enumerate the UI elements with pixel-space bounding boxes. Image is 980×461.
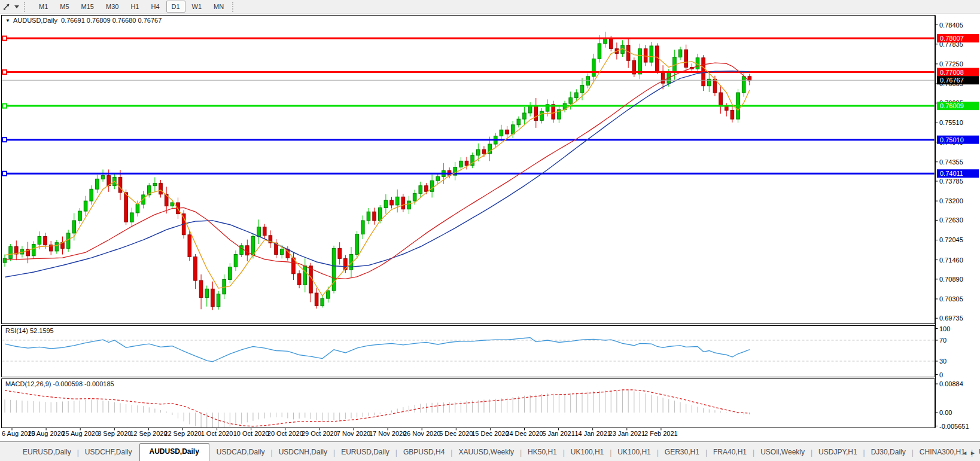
chart-tab-usdchf-daily[interactable]: USDCHF,Daily [79,444,138,461]
time-axis-label: 17 Nov 2020 [369,430,406,437]
chart-tab-usdcnh-daily[interactable]: USDCNH,Daily [273,444,333,461]
macd-signal-value: -0.000185 [84,380,114,387]
time-axis-label: 2 Feb 2021 [644,430,678,437]
ma_fast-line [5,48,750,295]
chart-tab-ger30-h1[interactable]: GER30,H1 [659,444,705,461]
svg-text:0.75010: 0.75010 [940,136,964,144]
time-axis: 6 Aug 202015 Aug 202025 Aug 20203 Sep 20… [2,428,678,438]
macd-histogram [5,390,750,428]
time-axis-label: 3 Sep 2020 [98,430,131,437]
time-axis-label: 5 Dec 2020 [439,430,473,437]
macd-signal-line [5,390,750,426]
price-axis-labels: 0.784050.778350.772500.766650.760950.755… [936,22,979,430]
time-axis-label: 5 Jan 2021 [542,430,574,437]
time-axis-label: 26 Nov 2020 [403,430,440,437]
horizontal-lines-layer[interactable] [2,36,935,176]
time-axis-label: 14 Jan 2021 [574,430,611,437]
chart-tab-usoil-weekly[interactable]: USOil,Weekly [754,444,811,461]
chart-tab-usdjpy-h1[interactable]: USDJPY,H1 [812,444,863,461]
time-axis-label: 1 Oct 2020 [201,430,233,437]
chart-symbol-collapse-icon[interactable]: ▼ [5,18,10,23]
svg-text:0.76009: 0.76009 [940,102,964,109]
time-axis-label: 15 Dec 2020 [471,430,509,437]
hline-handle[interactable] [2,104,7,108]
hline-handle[interactable] [2,172,7,176]
svg-text:100: 100 [939,325,950,332]
time-axis-label: 7 Nov 2020 [337,430,370,437]
ohlc-low: 0.76680 [112,17,136,24]
svg-text:30: 30 [939,358,946,365]
svg-text:0.73785: 0.73785 [939,178,963,185]
chart-tab-hk50-h1[interactable]: HK50,H1 [522,444,563,461]
rsi-indicator-label: RSI(14) 52.1595 [5,327,54,334]
ma_slow-line [5,63,750,279]
hline-handle[interactable] [2,70,7,74]
ohlc-high: 0.76809 [87,17,111,24]
macd-main-value: -0.000598 [53,380,83,387]
time-axis-label: 10 Oct 2020 [233,430,269,437]
svg-text:0.77008: 0.77008 [940,69,964,76]
trading-platform-window: M1M5M15M30H1H4D1W1MN 0.784050.778350.772… [0,0,980,461]
price-pane[interactable] [2,16,935,324]
svg-text:0.72045: 0.72045 [939,236,963,243]
svg-text:-0.005651: -0.005651 [939,423,969,430]
svg-text:0.70305: 0.70305 [939,295,963,303]
svg-text:0.74355: 0.74355 [939,158,963,166]
chart-symbol-period: AUDUSD,Daily [13,17,57,24]
rsi-name: RSI(14) [5,327,28,334]
svg-text:0.77250: 0.77250 [939,60,963,68]
svg-text:0: 0 [939,371,943,378]
tab-scroll-arrows: ◄► [961,450,978,456]
hline-handle[interactable] [2,138,7,142]
time-axis-label: 24 Dec 2020 [506,430,543,437]
svg-text:0.70890: 0.70890 [939,276,963,283]
chart-tab-uk100-h1[interactable]: UK100,H1 [565,444,610,461]
macd-pane[interactable] [2,379,935,428]
ohlc-open: 0.76691 [61,17,85,24]
chart-tab-xauusd-weekly[interactable]: XAUUSD,Weekly [452,444,519,461]
tab-scroll-right-icon[interactable]: ► [970,450,978,456]
chart-tab-fra40-h1[interactable]: FRA40,H1 [707,444,753,461]
svg-text:0.00884: 0.00884 [939,380,963,387]
time-axis-label: 15 Aug 2020 [28,430,65,437]
chart-tab-audusd-daily[interactable]: AUDUSD,Daily [139,443,209,461]
svg-text:0.78405: 0.78405 [939,22,963,29]
hline-handle[interactable] [2,36,7,41]
time-axis-label: 20 Oct 2020 [267,430,303,437]
chart-tab-eurusd-daily[interactable]: EURUSD,Daily [17,444,77,461]
rsi-pane[interactable] [2,326,935,377]
candlesticks-layer[interactable] [3,32,751,310]
time-axis-label: 12 Sep 2020 [130,430,167,437]
chart-tab-eurusd-daily[interactable]: EURUSD,Daily [335,444,395,461]
ohlc-close: 0.76767 [138,17,162,24]
chart-canvas[interactable]: 0.784050.778350.772500.766650.760950.755… [0,0,980,441]
svg-text:70: 70 [939,337,946,344]
macd-indicator-label: MACD(12,26,9) -0.000598 -0.000185 [5,380,114,387]
rsi-line [5,338,750,362]
chart-ohlc-header: ▼AUDUSD,Daily 0.76691 0.76809 0.76680 0.… [5,17,162,24]
macd-name: MACD(12,26,9) [5,380,51,387]
chart-tab-dj30-daily[interactable]: DJ30,Daily [865,444,912,461]
svg-text:0.71460: 0.71460 [939,257,963,264]
svg-text:0.75510: 0.75510 [939,119,963,126]
chart-tab-uk100-h1[interactable]: UK100,H1 [611,444,656,461]
svg-text:0.72630: 0.72630 [939,216,963,224]
time-axis-label: 29 Oct 2020 [302,430,337,437]
svg-text:0.78007: 0.78007 [940,35,964,42]
svg-text:0.73200: 0.73200 [939,197,963,204]
svg-text:0.00: 0.00 [939,409,952,416]
chart-tab-usdcad-daily[interactable]: USDCAD,Daily [211,444,271,461]
svg-text:0.69735: 0.69735 [939,315,963,322]
svg-text:0.74011: 0.74011 [940,170,963,177]
svg-text:0.76767: 0.76767 [940,77,964,84]
rsi-value: 52.1595 [30,327,54,334]
time-axis-label: 25 Aug 2020 [62,430,99,437]
chart-tab-gbpusd-h4[interactable]: GBPUSD,H4 [397,444,451,461]
time-axis-label: 23 Jan 2021 [609,430,646,437]
time-axis-label: 22 Sep 2020 [164,430,201,437]
rsi-levels [2,340,935,361]
tab-scroll-left-icon[interactable]: ◄ [961,450,970,456]
chart-tab-bar: EURUSD,Daily|USDCHF,DailyAUDUSD,DailyUSD… [0,441,980,461]
